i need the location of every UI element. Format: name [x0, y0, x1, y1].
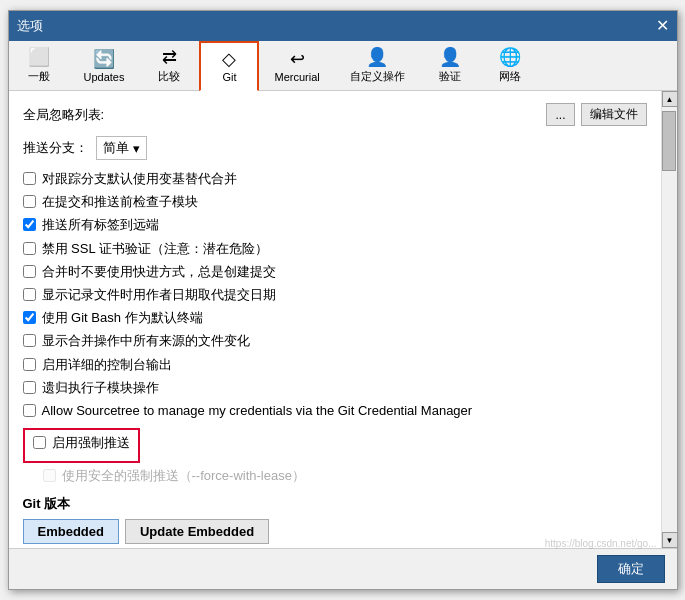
tab-mercurial-label: Mercurial [274, 71, 319, 83]
auth-icon: 👤 [439, 48, 461, 66]
general-icon: ⬜ [28, 48, 50, 66]
checkbox-7[interactable] [23, 334, 36, 347]
mercurial-icon: ↩ [290, 50, 305, 68]
checkbox-label-9: 遗归执行子模块操作 [42, 379, 159, 397]
footer: 确定 [9, 548, 677, 589]
checkbox-label-0: 对跟踪分支默认使用变基替代合并 [42, 170, 237, 188]
push-branch-select[interactable]: 简单 ▾ [96, 136, 147, 160]
checkbox-row-6[interactable]: 使用 Git Bash 作为默认终端 [23, 309, 647, 327]
updates-icon: 🔄 [93, 50, 115, 68]
tab-auth[interactable]: 👤 验证 [420, 41, 480, 90]
checkbox-10[interactable] [23, 404, 36, 417]
watermark: https://blog.csdn.net/go... [545, 538, 657, 549]
checkbox-label-10: Allow Sourcetree to manage my credential… [42, 402, 473, 420]
force-with-lease-checkbox[interactable] [43, 469, 56, 482]
checkbox-row-4[interactable]: 合并时不要使用快进方式，总是创建提交 [23, 263, 647, 281]
scrollbar-down-button[interactable]: ▼ [662, 532, 677, 548]
checkbox-row-1[interactable]: 在提交和推送前检查子模块 [23, 193, 647, 211]
checkbox-6[interactable] [23, 311, 36, 324]
checkbox-label-6: 使用 Git Bash 作为默认终端 [42, 309, 203, 327]
tab-general-label: 一般 [28, 69, 50, 84]
close-button[interactable]: ✕ [656, 18, 669, 34]
force-push-border: 启用强制推送 [23, 428, 140, 463]
scrollbar-up-button[interactable]: ▲ [662, 91, 677, 107]
checkbox-row-9[interactable]: 遗归执行子模块操作 [23, 379, 647, 397]
checkbox-label-8: 启用详细的控制台输出 [42, 356, 172, 374]
git-icon: ◇ [222, 50, 236, 68]
update-embedded-button[interactable]: Update Embedded [125, 519, 269, 544]
checkboxes-container: 对跟踪分支默认使用变基替代合并在提交和推送前检查子模块推送所有标签到远端禁用 S… [23, 170, 647, 420]
chevron-down-icon: ▾ [133, 141, 140, 156]
tab-network[interactable]: 🌐 网络 [480, 41, 540, 90]
options-dialog: 选项 ✕ ⬜ 一般 🔄 Updates ⇄ 比较 ◇ Git ↩ Mercuri… [8, 10, 678, 590]
tab-git[interactable]: ◇ Git [199, 41, 259, 91]
checkbox-label-5: 显示记录文件时用作者日期取代提交日期 [42, 286, 276, 304]
tab-compare-label: 比较 [158, 69, 180, 84]
dialog-title: 选项 [17, 17, 43, 35]
tab-general[interactable]: ⬜ 一般 [9, 41, 69, 90]
force-push-section: 启用强制推送 使用安全的强制推送（--force-with-lease） [23, 428, 647, 485]
force-push-checkbox[interactable] [33, 436, 46, 449]
checkbox-8[interactable] [23, 358, 36, 371]
push-branch-label: 推送分支： [23, 139, 88, 157]
checkbox-row-3[interactable]: 禁用 SSL 证书验证（注意：潜在危险） [23, 240, 647, 258]
tab-bar: ⬜ 一般 🔄 Updates ⇄ 比较 ◇ Git ↩ Mercurial 👤 … [9, 41, 677, 91]
checkbox-0[interactable] [23, 172, 36, 185]
scrollbar-track[interactable]: ▲ ▼ [661, 91, 677, 548]
push-branch-value: 简单 [103, 139, 129, 157]
tab-updates-label: Updates [84, 71, 125, 83]
tab-auth-label: 验证 [439, 69, 461, 84]
git-version-title: Git 版本 [23, 495, 647, 513]
global-ignore-label: 全局忽略列表: [23, 106, 105, 124]
force-with-lease-label: 使用安全的强制推送（--force-with-lease） [62, 467, 305, 485]
checkbox-row-0[interactable]: 对跟踪分支默认使用变基替代合并 [23, 170, 647, 188]
edit-file-button[interactable]: 编辑文件 [581, 103, 647, 126]
checkbox-row-5[interactable]: 显示记录文件时用作者日期取代提交日期 [23, 286, 647, 304]
ok-button[interactable]: 确定 [597, 555, 665, 583]
checkbox-label-4: 合并时不要使用快进方式，总是创建提交 [42, 263, 276, 281]
checkbox-2[interactable] [23, 218, 36, 231]
tab-updates[interactable]: 🔄 Updates [69, 41, 140, 90]
tab-compare[interactable]: ⇄ 比较 [139, 41, 199, 90]
checkbox-1[interactable] [23, 195, 36, 208]
checkbox-9[interactable] [23, 381, 36, 394]
global-ignore-row: 全局忽略列表: ... 编辑文件 [23, 103, 647, 126]
checkbox-row-7[interactable]: 显示合并操作中所有来源的文件变化 [23, 332, 647, 350]
tab-network-label: 网络 [499, 69, 521, 84]
force-push-checkbox-row[interactable]: 启用强制推送 [33, 434, 130, 452]
scrollbar-thumb[interactable] [662, 111, 676, 171]
compare-icon: ⇄ [162, 48, 177, 66]
checkbox-label-2: 推送所有标签到远端 [42, 216, 159, 234]
checkbox-label-7: 显示合并操作中所有来源的文件变化 [42, 332, 250, 350]
title-bar: 选项 ✕ [9, 11, 677, 41]
checkbox-row-2[interactable]: 推送所有标签到远端 [23, 216, 647, 234]
embedded-button[interactable]: Embedded [23, 519, 119, 544]
tab-mercurial[interactable]: ↩ Mercurial [259, 41, 334, 90]
main-content: 全局忽略列表: ... 编辑文件 推送分支： 简单 ▾ 对跟踪分支默认使用变基替… [9, 91, 661, 548]
checkbox-label-3: 禁用 SSL 证书验证（注意：潜在危险） [42, 240, 268, 258]
force-with-lease-row: 使用安全的强制推送（--force-with-lease） [43, 467, 647, 485]
checkbox-5[interactable] [23, 288, 36, 301]
network-icon: 🌐 [499, 48, 521, 66]
checkbox-3[interactable] [23, 242, 36, 255]
checkbox-label-1: 在提交和推送前检查子模块 [42, 193, 198, 211]
global-ignore-buttons: ... 编辑文件 [546, 103, 646, 126]
push-branch-row: 推送分支： 简单 ▾ [23, 136, 647, 160]
content-area: 全局忽略列表: ... 编辑文件 推送分支： 简单 ▾ 对跟踪分支默认使用变基替… [9, 91, 677, 548]
checkbox-row-10[interactable]: Allow Sourcetree to manage my credential… [23, 402, 647, 420]
tab-custom[interactable]: 👤 自定义操作 [335, 41, 420, 90]
checkbox-row-8[interactable]: 启用详细的控制台输出 [23, 356, 647, 374]
tab-custom-label: 自定义操作 [350, 69, 405, 84]
force-push-label: 启用强制推送 [52, 434, 130, 452]
tab-git-label: Git [222, 71, 236, 83]
custom-icon: 👤 [366, 48, 388, 66]
checkbox-4[interactable] [23, 265, 36, 278]
dots-button[interactable]: ... [546, 103, 574, 126]
